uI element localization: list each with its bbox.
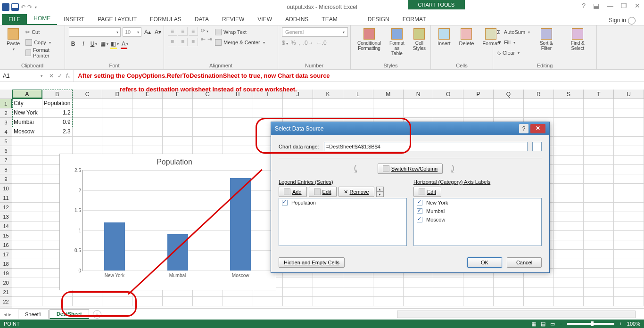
cell[interactable]: [494, 278, 524, 287]
cell[interactable]: [12, 259, 42, 269]
column-header[interactable]: P: [463, 90, 494, 98]
tab-review[interactable]: REVIEW: [215, 14, 251, 25]
cell[interactable]: [614, 250, 644, 259]
cell[interactable]: [163, 297, 193, 306]
cell[interactable]: [584, 240, 614, 250]
row-header[interactable]: 18: [0, 259, 12, 269]
cell[interactable]: Moscow: [12, 127, 42, 137]
cell[interactable]: [42, 297, 73, 306]
row-header[interactable]: 1: [0, 99, 12, 108]
horizontal-scrollbar[interactable]: [397, 311, 636, 318]
bold-button[interactable]: B: [69, 40, 77, 48]
cell[interactable]: [73, 137, 103, 146]
cell[interactable]: Mumbai: [12, 118, 42, 127]
merge-center-button[interactable]: Merge & Center▾: [215, 38, 265, 47]
font-name-select[interactable]: ▾: [69, 27, 121, 37]
axis-edit-button[interactable]: Edit: [413, 187, 441, 197]
cell[interactable]: [433, 278, 463, 287]
delete-cells-button[interactable]: Delete: [456, 27, 477, 47]
format-as-table-button[interactable]: Format as Table: [387, 27, 407, 57]
cell[interactable]: [12, 137, 42, 146]
category-list[interactable]: New YorkMumbaiMoscow: [413, 198, 542, 246]
sheet-nav-last-icon[interactable]: ▸: [8, 311, 11, 318]
cell[interactable]: [614, 174, 644, 184]
cell[interactable]: [554, 212, 584, 221]
cell[interactable]: [614, 212, 644, 221]
cell[interactable]: [313, 297, 343, 306]
zoom-out-icon[interactable]: −: [560, 321, 562, 327]
sign-in-link[interactable]: Sign in: [609, 17, 636, 25]
cell[interactable]: [42, 137, 73, 146]
cell[interactable]: [433, 287, 463, 297]
cell[interactable]: [614, 231, 644, 240]
cell[interactable]: [584, 287, 614, 297]
tab-team[interactable]: TEAM: [315, 14, 344, 25]
cell[interactable]: [614, 127, 644, 137]
align-left-icon[interactable]: ≡: [168, 38, 177, 46]
cell[interactable]: [12, 278, 42, 287]
align-center-icon[interactable]: ≡: [178, 38, 188, 46]
cell[interactable]: [554, 99, 584, 108]
column-header[interactable]: O: [433, 90, 463, 98]
clear-button[interactable]: ◇Clear▾: [497, 48, 530, 57]
cell[interactable]: [554, 184, 584, 193]
cell[interactable]: [223, 137, 253, 146]
cell[interactable]: [614, 193, 644, 203]
tab-home[interactable]: HOME: [27, 13, 57, 25]
cell[interactable]: [404, 287, 434, 297]
cell[interactable]: [12, 156, 42, 165]
cell[interactable]: [614, 146, 644, 156]
font-size-select[interactable]: 10▾: [123, 27, 141, 37]
checkbox-icon[interactable]: [417, 208, 422, 214]
cell[interactable]: [554, 156, 584, 165]
cell[interactable]: [253, 297, 283, 306]
cell[interactable]: [404, 108, 434, 118]
column-header[interactable]: C: [73, 90, 103, 98]
cell[interactable]: [554, 297, 584, 306]
percent-format-button[interactable]: %: [291, 40, 296, 46]
cell[interactable]: [554, 278, 584, 287]
row-header[interactable]: 20: [0, 278, 12, 287]
tab-file[interactable]: FILE: [2, 14, 27, 25]
cell[interactable]: [73, 99, 103, 108]
cell[interactable]: [554, 203, 584, 212]
column-header[interactable]: L: [343, 90, 373, 98]
cell[interactable]: Population: [42, 99, 73, 108]
cell[interactable]: 2.3: [42, 127, 73, 137]
paste-button[interactable]: Paste ▾: [4, 27, 23, 52]
cell[interactable]: [102, 297, 132, 306]
cell[interactable]: [433, 99, 463, 108]
dialog-titlebar[interactable]: Select Data Source ? ✕: [271, 122, 549, 135]
cell[interactable]: [614, 156, 644, 165]
cell[interactable]: [554, 250, 584, 259]
cell[interactable]: [12, 250, 42, 259]
cell[interactable]: [554, 165, 584, 174]
cell[interactable]: [463, 108, 494, 118]
cell[interactable]: [554, 287, 584, 297]
cell[interactable]: [223, 127, 253, 137]
checkbox-icon[interactable]: [417, 217, 422, 222]
cell[interactable]: [193, 99, 223, 108]
cell[interactable]: [584, 259, 614, 269]
italic-button[interactable]: I: [79, 40, 88, 48]
cell[interactable]: [614, 137, 644, 146]
cell[interactable]: [584, 212, 614, 221]
cut-button[interactable]: ✂Cut: [25, 27, 61, 37]
cell[interactable]: [584, 174, 614, 184]
cell[interactable]: [614, 278, 644, 287]
series-reorder-buttons[interactable]: ▲▼: [376, 187, 384, 197]
cell[interactable]: [614, 118, 644, 127]
cell[interactable]: [494, 287, 524, 297]
row-header[interactable]: 6: [0, 146, 12, 156]
row-header[interactable]: 10: [0, 184, 12, 193]
cell[interactable]: [614, 287, 644, 297]
cell[interactable]: [73, 297, 103, 306]
qat-customize-icon[interactable]: ▾: [35, 5, 37, 9]
ok-button[interactable]: OK: [467, 257, 502, 268]
row-header[interactable]: 11: [0, 193, 12, 203]
insert-cells-button[interactable]: Insert: [435, 27, 454, 47]
cell[interactable]: [193, 127, 223, 137]
border-button[interactable]: ▦▾: [100, 40, 108, 48]
column-header[interactable]: Q: [494, 90, 524, 98]
cell[interactable]: [524, 108, 554, 118]
